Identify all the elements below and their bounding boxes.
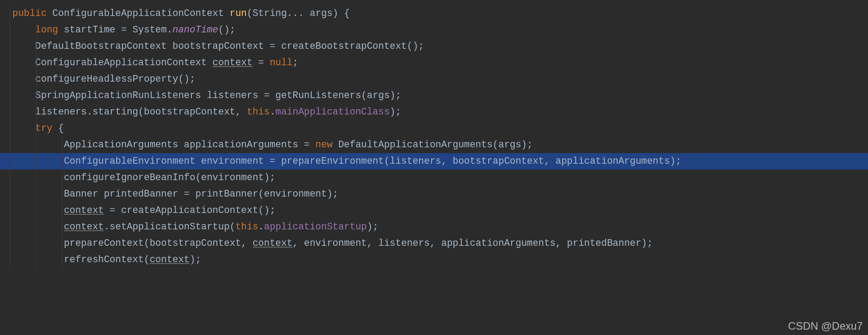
code-line: SpringApplicationRunListeners listeners … xyxy=(0,87,868,104)
code-line: try { xyxy=(0,120,868,137)
code-line: public ConfigurableApplicationContext ru… xyxy=(0,5,868,22)
code-line: listeners.starting(bootstrapContext, thi… xyxy=(0,104,868,120)
code-line: prepareContext(bootstrapContext, context… xyxy=(0,235,868,252)
keyword: public xyxy=(12,8,47,19)
method-name: run xyxy=(230,8,247,19)
code-line: configureHeadlessProperty(); xyxy=(0,71,868,87)
code-line: Banner printedBanner = printBanner(envir… xyxy=(0,186,868,202)
watermark: CSDN @Dexu7 xyxy=(788,320,863,332)
code-line: configureIgnoreBeanInfo(environment); xyxy=(0,169,868,186)
code-line: refreshContext(context); xyxy=(0,252,868,268)
code-editor[interactable]: public ConfigurableApplicationContext ru… xyxy=(0,0,868,268)
code-line: long startTime = System.nanoTime(); xyxy=(0,22,868,38)
code-line: context = createApplicationContext(); xyxy=(0,202,868,219)
code-line: ConfigurableApplicationContext context =… xyxy=(0,55,868,71)
code-line: DefaultBootstrapContext bootstrapContext… xyxy=(0,38,868,55)
code-line: context.setApplicationStartup(this.appli… xyxy=(0,219,868,235)
code-line: ApplicationArguments applicationArgument… xyxy=(0,137,868,153)
static-call: nanoTime xyxy=(172,24,218,35)
field: mainApplicationClass xyxy=(276,106,390,117)
code-line-highlighted: ConfigurableEnvironment environment = pr… xyxy=(0,153,868,169)
